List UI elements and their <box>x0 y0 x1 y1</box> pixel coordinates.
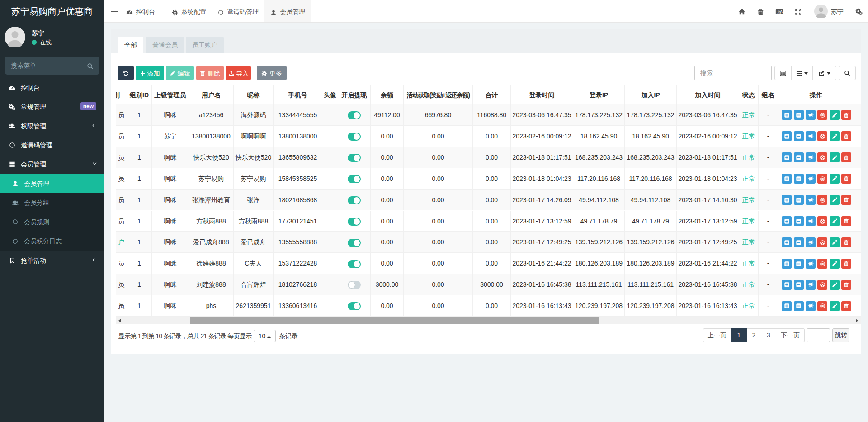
svg-text:A: A <box>780 9 783 14</box>
